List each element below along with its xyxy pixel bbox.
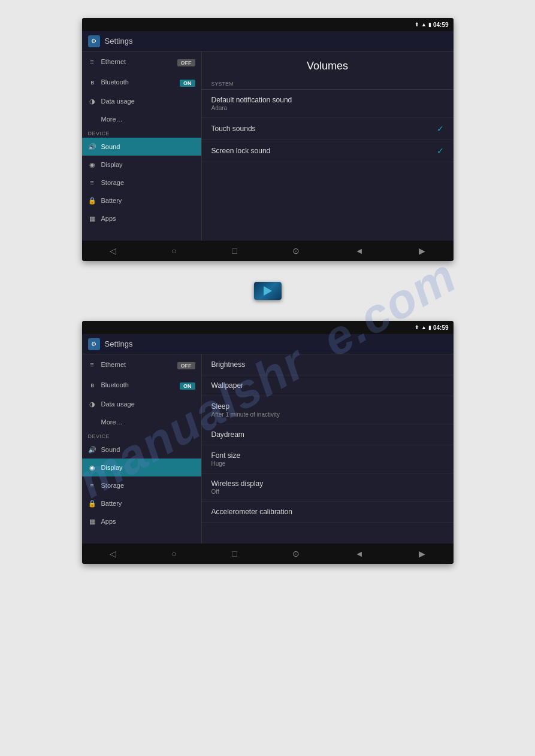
settings-header-2: ⚙ Settings — [82, 334, 454, 354]
home-btn-1[interactable]: ○ — [167, 244, 181, 258]
screenshot-btn-1[interactable]: ⊙ — [288, 244, 304, 258]
wallpaper-title: Wallpaper — [211, 381, 444, 390]
ethernet-label-2: Ethernet — [101, 361, 126, 368]
ethernet-icon-1: ≡ — [88, 57, 96, 66]
sidebar-item-data-usage-1[interactable]: ◑ Data usage — [82, 92, 201, 110]
ethernet-toggle-1[interactable]: OFF — [177, 56, 195, 67]
status-icons-2: ⬆ ▲ ▮ 04:59 — [415, 324, 449, 331]
brightness-content: Brightness — [211, 360, 444, 369]
panel-item-brightness[interactable]: Brightness — [202, 354, 454, 375]
panel-item-touch-sounds[interactable]: Touch sounds ✓ — [202, 118, 454, 140]
screenshot-btn-2[interactable]: ⊙ — [288, 546, 304, 561]
battery-icon-2: ▮ — [428, 324, 431, 330]
panel-title-volumes: Volumes — [202, 51, 454, 78]
sleep-subtitle: After 1 minute of inactivity — [211, 411, 444, 418]
touch-sounds-title: Touch sounds — [211, 125, 437, 133]
more-icon-1 — [88, 115, 96, 123]
sidebar-item-data-usage-2[interactable]: ◑ Data usage — [82, 395, 201, 413]
storage-label-1: Storage — [101, 179, 125, 186]
screen-lock-title: Screen lock sound — [211, 147, 437, 155]
bluetooth-icon-1: ʙ — [88, 78, 96, 86]
sidebar-item-battery-2[interactable]: 🔒 Battery — [82, 494, 201, 512]
page-wrapper: manualshr e.com ⬆ ▲ ▮ 04:59 ⚙ Settings ≡ — [0, 0, 535, 756]
status-time-2: 04:59 — [433, 324, 449, 331]
sidebar-item-sound-2[interactable]: 🔊 Sound — [82, 441, 201, 459]
sidebar-item-apps-2[interactable]: ▦ Apps — [82, 512, 201, 530]
sidebar-item-more-1[interactable]: More… — [82, 110, 201, 128]
panel-item-accelerometer[interactable]: Accelerometer calibration — [202, 502, 454, 523]
sidebar-item-sound-1[interactable]: 🔊 Sound — [82, 138, 201, 156]
panel-item-font-size[interactable]: Font size Huge — [202, 445, 454, 473]
sidebar-1: ≡ Ethernet OFF ʙ Bluetooth ON ◑ Data usa… — [82, 51, 202, 241]
recents-btn-1[interactable]: □ — [227, 244, 241, 258]
bluetooth-toggle-btn-2[interactable]: ON — [180, 382, 195, 390]
sleep-content: Sleep After 1 minute of inactivity — [211, 402, 444, 418]
back-btn-1[interactable]: ◁ — [105, 244, 121, 258]
battery-label-2: Battery — [101, 500, 122, 507]
sidebar-item-bluetooth-2[interactable]: ʙ Bluetooth ON — [82, 375, 201, 395]
display-label-1: Display — [101, 161, 123, 168]
panel-item-notification-sound[interactable]: Default notification sound Adara — [202, 90, 454, 118]
status-time-1: 04:59 — [433, 22, 449, 28]
vol-down-btn-2[interactable]: ◄ — [350, 546, 368, 561]
status-icons-1: ⬆ ▲ ▮ 04:59 — [415, 22, 449, 28]
vol-up-btn-1[interactable]: ▶ — [414, 244, 430, 258]
bluetooth-toggle-1[interactable]: ON — [180, 77, 195, 87]
sidebar-item-apps-1[interactable]: ▦ Apps — [82, 210, 201, 227]
ethernet-toggle-2[interactable]: OFF — [177, 359, 195, 370]
home-btn-2[interactable]: ○ — [167, 546, 181, 561]
panel-item-wallpaper[interactable]: Wallpaper — [202, 375, 454, 396]
usb-icon-2: ⬆ — [415, 324, 419, 330]
panel-item-daydream[interactable]: Daydream — [202, 424, 454, 445]
apps-label-2: Apps — [101, 518, 116, 525]
device-section-label-2: DEVICE — [82, 431, 201, 441]
sidebar-item-display-2[interactable]: ◉ Display — [82, 459, 201, 476]
screen2: ⬆ ▲ ▮ 04:59 ⚙ Settings ≡ Ethernet OFF — [82, 321, 454, 564]
sleep-title: Sleep — [211, 402, 444, 411]
data-usage-icon-2: ◑ — [88, 400, 96, 408]
battery-icon-sidebar-1: 🔒 — [88, 196, 96, 205]
wifi-icon-2: ▲ — [421, 324, 427, 330]
back-btn-2[interactable]: ◁ — [105, 546, 121, 561]
sidebar-item-bluetooth-1[interactable]: ʙ Bluetooth ON — [82, 72, 201, 92]
sidebar-item-more-2[interactable]: More… — [82, 413, 201, 431]
sidebar-item-storage-2[interactable]: ≡ Storage — [82, 476, 201, 494]
arrow-shape — [264, 286, 272, 296]
device-section-label-1: DEVICE — [82, 128, 201, 138]
recents-btn-2[interactable]: □ — [227, 546, 241, 561]
bluetooth-toggle-2[interactable]: ON — [180, 379, 195, 390]
accelerometer-content: Accelerometer calibration — [211, 508, 444, 516]
panel-item-screen-lock[interactable]: Screen lock sound ✓ — [202, 140, 454, 162]
sidebar-item-ethernet-1[interactable]: ≡ Ethernet OFF — [82, 51, 201, 72]
sound-label-2: Sound — [101, 446, 120, 453]
ethernet-toggle-btn-2[interactable]: OFF — [177, 362, 195, 369]
screen1: ⬆ ▲ ▮ 04:59 ⚙ Settings ≡ Ethernet OFF — [82, 18, 454, 261]
bluetooth-toggle-btn-1[interactable]: ON — [180, 80, 195, 87]
sidebar-item-battery-1[interactable]: 🔒 Battery — [82, 192, 201, 210]
sidebar-item-storage-1[interactable]: ≡ Storage — [82, 174, 201, 192]
sidebar-item-ethernet-2[interactable]: ≡ Ethernet OFF — [82, 354, 201, 375]
display-icon-1: ◉ — [88, 160, 96, 169]
panel-item-wireless-display[interactable]: Wireless display Off — [202, 473, 454, 502]
apps-icon-1: ▦ — [88, 214, 96, 223]
vol-down-btn-1[interactable]: ◄ — [350, 244, 368, 258]
touch-sounds-content: Touch sounds — [211, 125, 437, 133]
storage-icon-2: ≡ — [88, 481, 96, 490]
bluetooth-label-2: Bluetooth — [101, 381, 129, 388]
sound-icon-1: 🔊 — [88, 142, 96, 151]
screen-lock-content: Screen lock sound — [211, 147, 437, 155]
vol-up-btn-2[interactable]: ▶ — [414, 546, 430, 561]
sidebar-item-display-1[interactable]: ◉ Display — [82, 156, 201, 174]
storage-label-2: Storage — [101, 482, 125, 489]
touch-sounds-check: ✓ — [437, 124, 444, 133]
battery-label-1: Battery — [101, 197, 122, 204]
notification-sound-title: Default notification sound — [211, 96, 444, 104]
panel-item-sleep[interactable]: Sleep After 1 minute of inactivity — [202, 396, 454, 424]
system-section-label: SYSTEM — [202, 78, 454, 90]
wireless-display-subtitle: Off — [211, 488, 444, 495]
bluetooth-label-1: Bluetooth — [101, 78, 129, 86]
more-label-2: More… — [101, 418, 123, 426]
display-icon-2: ◉ — [88, 463, 96, 472]
sidebar-2: ≡ Ethernet OFF ʙ Bluetooth ON ◑ Data usa… — [82, 354, 202, 544]
ethernet-toggle-btn-1[interactable]: OFF — [177, 59, 195, 66]
